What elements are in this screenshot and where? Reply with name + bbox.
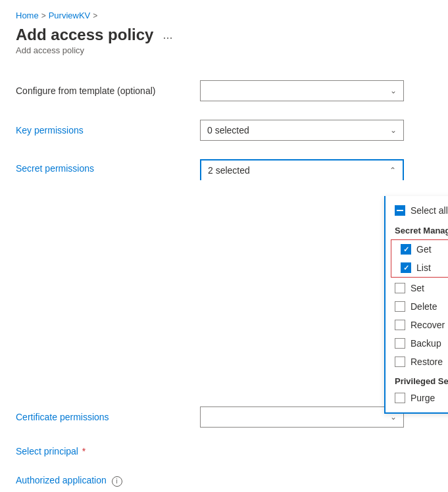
list-checkbox[interactable]: ✓: [401, 262, 411, 273]
info-icon[interactable]: i: [112, 476, 122, 487]
page-subtitle: Add access policy: [16, 45, 432, 55]
select-principal-label: Select principal *: [16, 446, 200, 456]
set-checkbox[interactable]: [395, 283, 405, 293]
page-title: Add access policy: [16, 26, 153, 44]
select-all-checkbox[interactable]: [395, 205, 405, 216]
key-permissions-label: Key permissions: [16, 125, 200, 135]
get-item[interactable]: ✓ Get: [391, 240, 448, 258]
backup-label: Backup: [411, 338, 441, 349]
certificate-permissions-dropdown[interactable]: ⌄: [200, 406, 404, 428]
restore-checkbox[interactable]: [395, 357, 405, 367]
secret-permissions-dropdown[interactable]: 2 selected ⌃: [200, 159, 404, 180]
select-all-label: Select all: [411, 205, 448, 216]
restore-label: Restore: [411, 357, 443, 367]
template-dropdown[interactable]: ⌄: [200, 80, 404, 101]
breadcrumb-sep2: >: [93, 11, 97, 20]
highlighted-group: ✓ Get ✓ List: [391, 239, 448, 278]
set-label: Set: [411, 283, 424, 293]
recover-checkbox[interactable]: [395, 320, 405, 330]
chevron-up-icon: ⌃: [389, 166, 396, 175]
breadcrumb: Home > PurviewKV >: [16, 11, 432, 20]
template-label: Configure from template (optional): [16, 86, 200, 96]
chevron-down-icon: ⌄: [390, 126, 397, 135]
select-principal-row: Select principal *: [16, 437, 432, 466]
restore-item[interactable]: Restore: [386, 353, 448, 371]
checkmark-icon: ✓: [403, 264, 409, 272]
key-permissions-row: Key permissions 0 selected ⌄: [16, 111, 432, 150]
secret-permissions-value: 2 selected: [208, 165, 250, 176]
required-star: *: [82, 446, 86, 456]
form-section: Configure from template (optional) ⌄ Key…: [16, 71, 432, 492]
select-all-item[interactable]: Select all: [386, 201, 448, 220]
key-permissions-dropdown[interactable]: 0 selected ⌄: [200, 120, 404, 141]
get-checkbox[interactable]: ✓: [401, 244, 411, 255]
chevron-down-icon: ⌄: [390, 86, 397, 95]
purge-label: Purge: [411, 393, 435, 403]
partial-check-icon: [397, 210, 403, 211]
authorized-application-row: Authorized application i: [16, 466, 432, 492]
delete-label: Delete: [411, 301, 437, 312]
certificate-permissions-row: Certificate permissions ⌄: [16, 397, 432, 437]
delete-item[interactable]: Delete: [386, 297, 448, 316]
recover-label: Recover: [411, 320, 445, 330]
recover-item[interactable]: Recover: [386, 316, 448, 334]
list-label: List: [416, 262, 431, 273]
backup-item[interactable]: Backup: [386, 334, 448, 353]
chevron-down-icon: ⌄: [390, 412, 397, 422]
delete-checkbox[interactable]: [395, 301, 405, 312]
purge-checkbox[interactable]: [395, 393, 405, 403]
certificate-permissions-label: Certificate permissions: [16, 412, 200, 422]
privileged-header: Privileged Secret Operations: [386, 371, 448, 389]
set-item[interactable]: Set: [386, 279, 448, 297]
get-label: Get: [416, 244, 432, 255]
purge-item[interactable]: Purge: [386, 389, 448, 407]
secret-management-header: Secret Management Operations ↗: [386, 220, 448, 238]
checkmark-icon: ✓: [403, 246, 409, 253]
ellipsis-button[interactable]: ...: [159, 27, 176, 43]
breadcrumb-sep1: >: [41, 11, 46, 20]
authorized-application-label: Authorized application i: [16, 475, 200, 487]
secret-permissions-row: Secret permissions 2 selected ⌃ Select a…: [16, 150, 432, 180]
list-item[interactable]: ✓ List: [391, 258, 448, 277]
breadcrumb-home[interactable]: Home: [16, 11, 39, 20]
secret-permissions-label: Secret permissions: [16, 159, 200, 174]
template-row: Configure from template (optional) ⌄: [16, 71, 432, 111]
backup-checkbox[interactable]: [395, 338, 405, 349]
key-permissions-value: 0 selected: [207, 125, 249, 135]
breadcrumb-resource[interactable]: PurviewKV: [49, 11, 91, 20]
secret-permissions-panel: Select all Secret Management Operations …: [384, 196, 448, 414]
page-title-row: Add access policy ...: [16, 26, 432, 44]
